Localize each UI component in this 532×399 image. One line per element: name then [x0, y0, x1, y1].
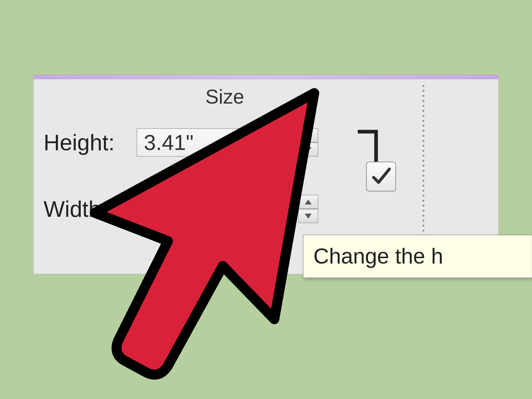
svg-marker-0 [305, 133, 311, 138]
svg-marker-2 [305, 200, 311, 204]
section-title: Size [34, 85, 416, 108]
chevron-up-icon [304, 132, 312, 139]
chevron-down-icon [304, 146, 312, 153]
svg-marker-3 [305, 214, 311, 219]
tooltip: Change the h [303, 235, 532, 278]
width-row: Width: [44, 195, 318, 223]
height-input[interactable] [137, 128, 296, 157]
width-up-button[interactable] [298, 195, 318, 209]
checkmark-icon [370, 166, 392, 187]
width-input[interactable] [137, 195, 296, 223]
height-label: Height: [44, 130, 127, 155]
height-spinner [298, 128, 318, 157]
chevron-up-icon [304, 199, 312, 205]
svg-marker-1 [305, 147, 311, 152]
width-input-group [137, 195, 318, 223]
height-row: Height: [44, 128, 318, 157]
width-label: Width: [44, 196, 127, 222]
lock-aspect-checkbox[interactable] [366, 162, 396, 191]
width-spinner [298, 195, 318, 223]
panel-accent-bar [34, 75, 498, 79]
height-up-button[interactable] [298, 128, 318, 142]
height-input-group [137, 128, 318, 157]
size-panel: Size Height: Width: [33, 75, 499, 274]
tooltip-text: Change the h [313, 244, 443, 268]
height-down-button[interactable] [298, 142, 318, 157]
width-down-button[interactable] [298, 209, 318, 223]
chevron-down-icon [304, 213, 312, 219]
section-divider [423, 85, 424, 235]
